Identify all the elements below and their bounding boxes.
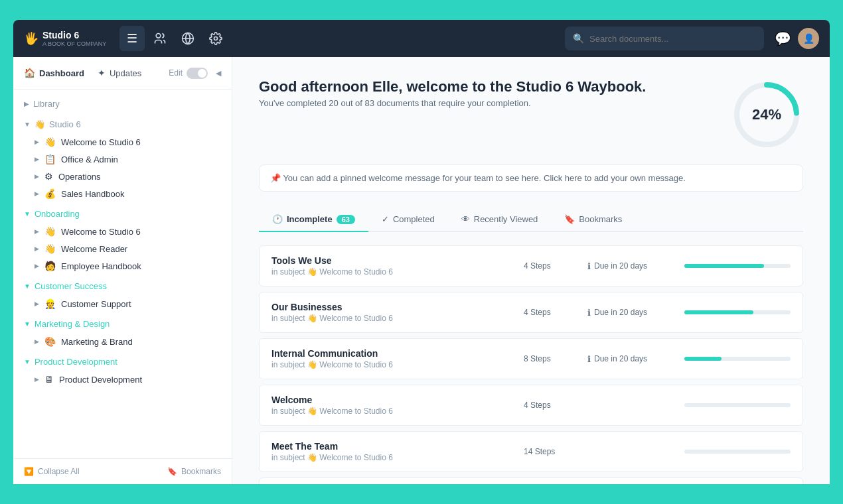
doc-progress bbox=[684, 357, 791, 361]
sidebar-collapse-icon[interactable]: ◀ bbox=[216, 69, 221, 78]
sidebar-item-welcome-reader[interactable]: ▶ 👋 Welcome Reader bbox=[13, 240, 232, 257]
onboarding-group-header[interactable]: ▼ Onboarding bbox=[13, 205, 232, 223]
library-header[interactable]: ▶ Library bbox=[13, 95, 232, 113]
doc-info: Tools We Use in subject 👋 Welcome to Stu… bbox=[271, 255, 513, 277]
collapse-all-label: Collapse All bbox=[38, 467, 80, 476]
library-arrow: ▶ bbox=[24, 100, 29, 107]
logo-icon: 🖐 bbox=[24, 31, 38, 46]
studio6-emoji: 👋 bbox=[35, 119, 45, 129]
bookmarks-icon: 🔖 bbox=[167, 467, 177, 476]
edit-label: Edit bbox=[169, 68, 183, 78]
search-input[interactable] bbox=[589, 34, 756, 44]
doc-row-meet-the-team[interactable]: Meet The Team in subject 👋 Welcome to St… bbox=[259, 431, 803, 472]
sidebar-item-onb-welcome[interactable]: ▶ 👋 Welcome to Studio 6 bbox=[13, 223, 232, 240]
tab-dashboard[interactable]: 🏠 Dashboard bbox=[24, 65, 84, 81]
doc-due: ℹ Due in 20 days bbox=[587, 261, 674, 271]
bookmarks-label: Bookmarks bbox=[181, 467, 221, 476]
sidebar-section-product: ▼ Product Development ▶ 🖥 Product Develo… bbox=[13, 353, 232, 388]
search-icon: 🔍 bbox=[573, 33, 584, 44]
pinned-message[interactable]: 📌 You can add a pinned welcome message f… bbox=[259, 164, 803, 192]
sidebar-item-marketing-brand[interactable]: ▶ 🎨 Marketing & Brand bbox=[13, 333, 232, 350]
sidebar-section-onboarding: ▼ Onboarding ▶ 👋 Welcome to Studio 6 ▶ 👋… bbox=[13, 205, 232, 275]
customer-success-header[interactable]: ▼ Customer Success bbox=[13, 277, 232, 295]
doc-subject: in subject 👋 Welcome to Studio 6 bbox=[271, 267, 513, 277]
sidebar-item-operations[interactable]: ▶ ⚙ Operations bbox=[13, 168, 232, 185]
progress-label: 24% bbox=[752, 106, 781, 123]
tab-dashboard-label: Dashboard bbox=[39, 68, 84, 78]
doc-progress bbox=[684, 403, 791, 407]
sidebar-item-office-admin[interactable]: ▶ 📋 Office & Admin bbox=[13, 151, 232, 168]
doc-row-gdpr[interactable]: GDPR Compliance in subject 📋 Office & Ad… bbox=[259, 477, 803, 484]
tab-completed[interactable]: ✓ Completed bbox=[368, 208, 448, 231]
tab-recently-viewed-label: Recently Viewed bbox=[474, 214, 538, 224]
tab-incomplete-label: Incomplete bbox=[287, 214, 333, 224]
item-arrow-2: ▶ bbox=[35, 156, 39, 162]
progress-circle: 24% bbox=[730, 78, 803, 151]
doc-info: Welcome in subject 👋 Welcome to Studio 6 bbox=[271, 395, 513, 416]
incomplete-badge: 63 bbox=[337, 215, 355, 224]
settings-nav-btn[interactable] bbox=[203, 26, 228, 51]
item-arrow-1: ▶ bbox=[35, 139, 39, 145]
doc-subject: in subject 👋 Welcome to Studio 6 bbox=[271, 453, 513, 462]
documents-nav-btn[interactable]: ☰ bbox=[119, 26, 145, 51]
doc-title: Internal Communication bbox=[271, 348, 513, 359]
due-icon: ℹ bbox=[587, 308, 591, 318]
item-label-office: Office & Admin bbox=[61, 155, 118, 164]
doc-row-internal-comm[interactable]: Internal Communication in subject 👋 Welc… bbox=[259, 338, 803, 379]
item-arrow-3: ▶ bbox=[35, 173, 39, 180]
sidebar-item-sales[interactable]: ▶ 💰 Sales Handbook bbox=[13, 185, 232, 202]
toggle-switch[interactable] bbox=[187, 68, 208, 79]
sidebar: 🏠 Dashboard ✦ Updates Edit ◀ bbox=[13, 57, 232, 484]
bookmarks-btn[interactable]: 🔖 Bookmarks bbox=[167, 467, 221, 476]
team-nav-btn[interactable] bbox=[147, 26, 173, 51]
tab-updates-label: Updates bbox=[110, 68, 141, 78]
logo-name: Studio 6 bbox=[42, 30, 79, 40]
tab-recently-viewed[interactable]: 👁 Recently Viewed bbox=[448, 208, 552, 231]
studio6-group-header[interactable]: ▼ 👋 Studio 6 bbox=[13, 115, 232, 133]
edit-toggle[interactable]: Edit bbox=[169, 68, 208, 79]
incomplete-icon: 🕐 bbox=[272, 214, 283, 224]
tabs-row: 🕐 Incomplete 63 ✓ Completed 👁 Recently V… bbox=[259, 208, 803, 232]
doc-progress bbox=[684, 310, 791, 314]
updates-icon: ✦ bbox=[98, 68, 106, 78]
bookmarks-tab-icon: 🔖 bbox=[564, 214, 575, 224]
item-label-welcome: Welcome to Studio 6 bbox=[61, 137, 141, 147]
sidebar-content: ▶ Library ▼ 👋 Studio 6 ▶ 👋 Welcome to St… bbox=[13, 90, 232, 458]
product-group-header[interactable]: ▼ Product Development bbox=[13, 353, 232, 371]
marketing-group-header[interactable]: ▼ Marketing & Design bbox=[13, 315, 232, 333]
tab-completed-label: Completed bbox=[393, 214, 435, 224]
search-bar[interactable]: 🔍 bbox=[565, 27, 764, 50]
nav-icons: ☰ bbox=[119, 26, 228, 51]
app-logo: 🖐 Studio 6 A BOOK OF COMPANY bbox=[24, 30, 106, 47]
completed-icon: ✓ bbox=[382, 214, 389, 224]
logo-sub: A BOOK OF COMPANY bbox=[42, 40, 106, 47]
tab-incomplete[interactable]: 🕐 Incomplete 63 bbox=[259, 208, 368, 232]
onboarding-label: Onboarding bbox=[35, 209, 80, 219]
content-area: Good afternoon Elle, welcome to the Stud… bbox=[232, 57, 830, 484]
doc-title: Welcome bbox=[271, 395, 513, 405]
collapse-all-btn[interactable]: 🔽 Collapse All bbox=[24, 467, 80, 476]
globe-nav-btn[interactable] bbox=[175, 26, 200, 51]
doc-row-our-businesses[interactable]: Our Businesses in subject 👋 Welcome to S… bbox=[259, 292, 803, 333]
tab-updates[interactable]: ✦ Updates bbox=[98, 65, 141, 81]
due-icon: ℹ bbox=[587, 354, 591, 364]
document-list: Tools We Use in subject 👋 Welcome to Stu… bbox=[259, 245, 803, 484]
sidebar-item-employee-handbook[interactable]: ▶ 🧑 Employee Handbook bbox=[13, 257, 232, 275]
doc-row-welcome[interactable]: Welcome in subject 👋 Welcome to Studio 6… bbox=[259, 385, 803, 426]
doc-row-tools-we-use[interactable]: Tools We Use in subject 👋 Welcome to Stu… bbox=[259, 245, 803, 286]
sidebar-item-product-dev[interactable]: ▶ 🖥 Product Development bbox=[13, 371, 232, 388]
sidebar-item-welcome-studio6[interactable]: ▶ 👋 Welcome to Studio 6 bbox=[13, 133, 232, 151]
svg-point-0 bbox=[157, 34, 161, 38]
library-label: Library bbox=[33, 99, 60, 109]
doc-steps: 4 Steps bbox=[524, 401, 577, 410]
doc-due: ℹ Due in 20 days bbox=[587, 354, 674, 364]
chat-icon[interactable]: 💬 bbox=[775, 31, 791, 46]
doc-subject: in subject 👋 Welcome to Studio 6 bbox=[271, 407, 513, 416]
doc-title: Meet The Team bbox=[271, 441, 513, 452]
tab-bookmarks[interactable]: 🔖 Bookmarks bbox=[551, 208, 635, 231]
customer-success-label: Customer Success bbox=[35, 281, 107, 291]
doc-title: Tools We Use bbox=[271, 255, 513, 266]
avatar[interactable]: 👤 bbox=[798, 28, 819, 49]
sidebar-item-customer-support[interactable]: ▶ 👷 Customer Support bbox=[13, 295, 232, 312]
item-arrow-4: ▶ bbox=[35, 190, 39, 197]
